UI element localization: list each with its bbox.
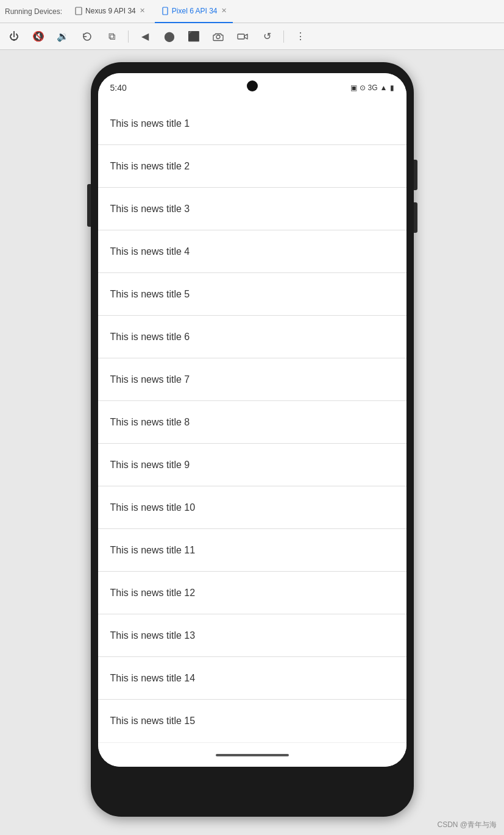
news-title-10: This is news title 10	[110, 502, 196, 513]
news-title-7: This is news title 7	[110, 374, 190, 385]
news-item-12[interactable]: This is news title 12	[98, 572, 406, 614]
news-title-2: This is news title 2	[110, 161, 190, 172]
news-item-14[interactable]: This is news title 14	[98, 657, 406, 700]
watermark: CSDN @青年与海	[437, 820, 497, 830]
tab-pixel6-close[interactable]: ✕	[221, 7, 227, 15]
svg-rect-3	[238, 34, 244, 39]
status-time: 5:40	[110, 83, 127, 93]
news-title-4: This is news title 4	[110, 246, 190, 257]
svg-point-2	[216, 35, 220, 38]
status-network: 3G	[368, 84, 378, 92]
svg-rect-1	[163, 7, 168, 15]
news-title-8: This is news title 8	[110, 417, 190, 428]
rotate2-button[interactable]: ↺	[259, 29, 275, 44]
battery-icon: ▮	[390, 84, 394, 92]
video-button[interactable]	[235, 29, 250, 44]
video-icon	[237, 31, 248, 42]
news-item-11[interactable]: This is news title 11	[98, 529, 406, 572]
nexus9-device-icon	[74, 7, 83, 15]
phone-screen: 5:40 ▣ ⊙ 3G ▲ ▮ This is news title 1This…	[98, 73, 406, 767]
news-item-15[interactable]: This is news title 15	[98, 700, 406, 742]
back-button[interactable]: ◀	[137, 29, 153, 44]
news-title-5: This is news title 5	[110, 289, 190, 300]
news-title-9: This is news title 9	[110, 460, 190, 471]
camera-icon	[213, 31, 224, 42]
news-item-6[interactable]: This is news title 6	[98, 316, 406, 358]
news-title-11: This is news title 11	[110, 545, 196, 556]
news-list: This is news title 1This is news title 2…	[98, 102, 406, 742]
phone-power-button	[414, 160, 417, 190]
news-item-8[interactable]: This is news title 8	[98, 401, 406, 444]
news-title-1: This is news title 1	[110, 118, 190, 129]
news-title-15: This is news title 15	[110, 716, 196, 727]
status-clock-icon: ⊙	[360, 84, 366, 92]
phone-side-button2	[414, 202, 417, 233]
pixel6-device-icon	[161, 7, 169, 15]
toolbar-label: Running Devices:	[5, 7, 62, 16]
bottom-home-indicator	[216, 754, 289, 756]
news-item-3[interactable]: This is news title 3	[98, 188, 406, 230]
news-item-4[interactable]: This is news title 4	[98, 230, 406, 273]
tab-pixel6-label: Pixel 6 API 34	[172, 7, 218, 15]
news-title-13: This is news title 13	[110, 630, 196, 641]
news-item-13[interactable]: This is news title 13	[98, 614, 406, 657]
separator1	[128, 30, 129, 43]
news-item-7[interactable]: This is news title 7	[98, 358, 406, 401]
volume-mute-button[interactable]: 🔇	[30, 29, 46, 44]
rotate-button[interactable]	[79, 29, 95, 44]
news-title-3: This is news title 3	[110, 204, 190, 215]
news-title-12: This is news title 12	[110, 588, 196, 599]
news-title-14: This is news title 14	[110, 673, 196, 684]
news-item-9[interactable]: This is news title 9	[98, 444, 406, 486]
screenshot-button[interactable]	[210, 29, 226, 44]
toolbar: Running Devices: Nexus 9 API 34 ✕ Pixel …	[0, 0, 504, 23]
icon-bar: ⏻ 🔇 🔉 ⧉ ◀ ⬤ ⬛ ↺ ⋮	[0, 23, 504, 50]
tab-pixel6[interactable]: Pixel 6 API 34 ✕	[155, 0, 233, 23]
power-button[interactable]: ⏻	[6, 29, 22, 44]
tab-nexus9[interactable]: Nexus 9 API 34 ✕	[68, 0, 151, 23]
separator2	[283, 30, 284, 43]
news-item-5[interactable]: This is news title 5	[98, 273, 406, 316]
phone-bottom-bar	[98, 742, 406, 767]
status-indicator-icon: ▣	[350, 84, 357, 92]
more-button[interactable]: ⋮	[293, 29, 308, 44]
stop-button[interactable]: ⬛	[186, 29, 202, 44]
tab-nexus9-label: Nexus 9 API 34	[85, 7, 136, 15]
main-area: 5:40 ▣ ⊙ 3G ▲ ▮ This is news title 1This…	[0, 50, 504, 835]
fold-button[interactable]: ⧉	[104, 29, 119, 44]
phone-volume-button	[87, 184, 91, 227]
phone-frame: 5:40 ▣ ⊙ 3G ▲ ▮ This is news title 1This…	[91, 62, 414, 817]
news-item-1[interactable]: This is news title 1	[98, 102, 406, 145]
camera-notch	[247, 80, 258, 91]
news-title-6: This is news title 6	[110, 332, 190, 343]
svg-rect-0	[76, 7, 82, 15]
news-item-2[interactable]: This is news title 2	[98, 145, 406, 188]
volume-down-button[interactable]: 🔉	[55, 29, 71, 44]
signal-icon: ▲	[380, 84, 388, 92]
tab-nexus9-close[interactable]: ✕	[140, 7, 145, 15]
rotate-icon	[82, 31, 93, 42]
status-icons: ▣ ⊙ 3G ▲ ▮	[350, 84, 394, 92]
home-button[interactable]: ⬤	[161, 29, 177, 44]
news-item-10[interactable]: This is news title 10	[98, 486, 406, 529]
status-bar: 5:40 ▣ ⊙ 3G ▲ ▮	[98, 73, 406, 102]
